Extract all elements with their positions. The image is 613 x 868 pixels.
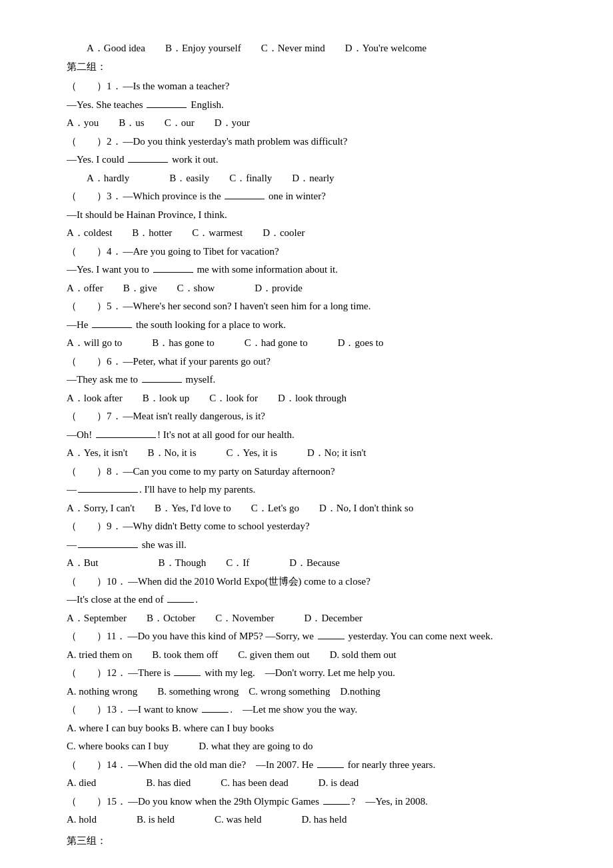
group3-header: 第三组：	[67, 833, 560, 850]
question-14: （ ）14．—When did the old man die? —In 200…	[67, 757, 560, 792]
question-13: （ ）13．—I want to know . —Let me show you…	[67, 701, 560, 755]
question-4: （ ）4．—Are you going to Tibet for vacatio…	[67, 243, 560, 297]
question-12: （ ）12．—There is with my leg. —Don't worr…	[67, 665, 560, 700]
question-3: （ ）3．—Which province is the one in winte…	[67, 188, 560, 242]
question-6: （ ）6．—Peter, what if your parents go out…	[67, 353, 560, 407]
question-2: （ ）2．—Do you think yesterday's math prob…	[67, 133, 560, 187]
question-9: （ ）9．—Why didn't Betty come to school ye…	[67, 518, 560, 572]
main-content: A．Good idea B．Enjoy yourself C．Never min…	[67, 40, 560, 849]
group2-header: 第二组：	[67, 59, 560, 76]
question-1: （ ）1．—Is the woman a teacher? —Yes. She …	[67, 78, 560, 132]
question-5: （ ）5．—Where's her second son? I haven't …	[67, 298, 560, 352]
question-11: （ ）11．—Do you have this kind of MP5? —So…	[67, 628, 560, 663]
header-options: A．Good idea B．Enjoy yourself C．Never min…	[67, 40, 560, 57]
question-7: （ ）7．—Meat isn't really dangerous, is it…	[67, 408, 560, 462]
question-8: （ ）8．—Can you come to my party on Saturd…	[67, 463, 560, 517]
question-15: （ ）15．—Do you know when the 29th Olympic…	[67, 793, 560, 829]
question-10: （ ）10．—When did the 2010 World Expo(世博会)…	[67, 573, 560, 627]
